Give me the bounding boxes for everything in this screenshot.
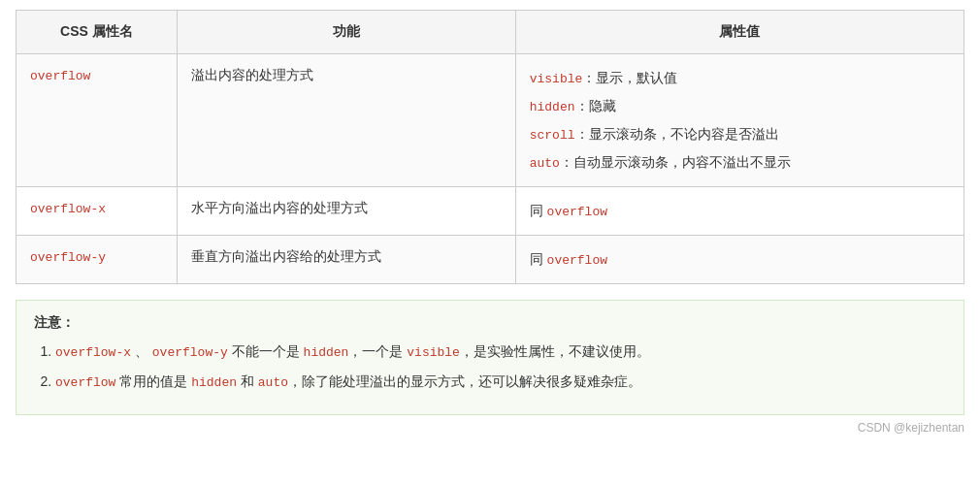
table-row: overflow-y垂直方向溢出内容给的处理方式同 overflow	[16, 235, 964, 283]
prop-name: overflow	[30, 69, 90, 83]
value-code: overflow	[547, 253, 607, 268]
col-header-value: 属性值	[515, 11, 964, 54]
prop-name-cell: overflow	[16, 53, 178, 186]
prop-value-item: 同 overflow	[530, 197, 950, 225]
value-code: scroll	[530, 128, 575, 143]
value-code: visible	[530, 72, 583, 86]
watermark: CSDN @kejizhentan	[16, 415, 964, 435]
page-container: CSS 属性名 功能 属性值 overflow溢出内容的处理方式visible：…	[0, 0, 980, 444]
prop-name-cell: overflow-y	[16, 235, 178, 283]
prop-desc-cell: 垂直方向溢出内容给的处理方式	[177, 235, 515, 283]
value-code: hidden	[530, 100, 575, 114]
note-item: overflow-x 、 overflow-y 不能一个是 hidden，一个是…	[55, 340, 946, 364]
prop-desc-cell: 水平方向溢出内容的处理方式	[177, 186, 515, 235]
note-code: overflow	[55, 375, 115, 390]
prop-value-item: 同 overflow	[530, 245, 950, 274]
prop-value-item: hidden：隐藏	[530, 92, 950, 120]
prop-value-cell: 同 overflow	[515, 235, 964, 283]
prop-value-cell: 同 overflow	[515, 186, 964, 235]
prop-name-cell: overflow-x	[16, 186, 178, 235]
col-header-func: 功能	[177, 11, 515, 54]
prop-value-cell: visible：显示，默认值hidden：隐藏scroll：显示滚动条，不论内容…	[515, 53, 964, 186]
note-code: overflow-x	[55, 345, 131, 360]
prop-value-item: auto：自动显示滚动条，内容不溢出不显示	[530, 148, 950, 177]
note-code: hidden	[304, 345, 349, 360]
note-box: 注意： overflow-x 、 overflow-y 不能一个是 hidden…	[16, 300, 964, 415]
prop-name: overflow-x	[30, 202, 106, 216]
note-list: overflow-x 、 overflow-y 不能一个是 hidden，一个是…	[34, 340, 946, 395]
note-code: visible	[407, 345, 460, 360]
table-row: overflow-x水平方向溢出内容的处理方式同 overflow	[16, 186, 964, 235]
note-code: overflow-y	[152, 345, 228, 360]
col-header-name: CSS 属性名	[16, 11, 178, 54]
table-row: overflow溢出内容的处理方式visible：显示，默认值hidden：隐藏…	[16, 53, 964, 186]
note-code: auto	[258, 375, 288, 390]
note-code: hidden	[191, 375, 237, 390]
note-item: overflow 常用的值是 hidden 和 auto，除了能处理溢出的显示方…	[55, 370, 946, 394]
table-header-row: CSS 属性名 功能 属性值	[16, 11, 964, 54]
prop-value-item: visible：显示，默认值	[530, 64, 950, 92]
value-code: auto	[530, 156, 560, 171]
value-code: overflow	[547, 205, 607, 219]
prop-name: overflow-y	[30, 250, 106, 265]
prop-desc-cell: 溢出内容的处理方式	[177, 53, 515, 186]
note-title: 注意：	[34, 314, 946, 332]
css-properties-table: CSS 属性名 功能 属性值 overflow溢出内容的处理方式visible：…	[16, 10, 964, 284]
prop-value-item: scroll：显示滚动条，不论内容是否溢出	[530, 120, 950, 148]
